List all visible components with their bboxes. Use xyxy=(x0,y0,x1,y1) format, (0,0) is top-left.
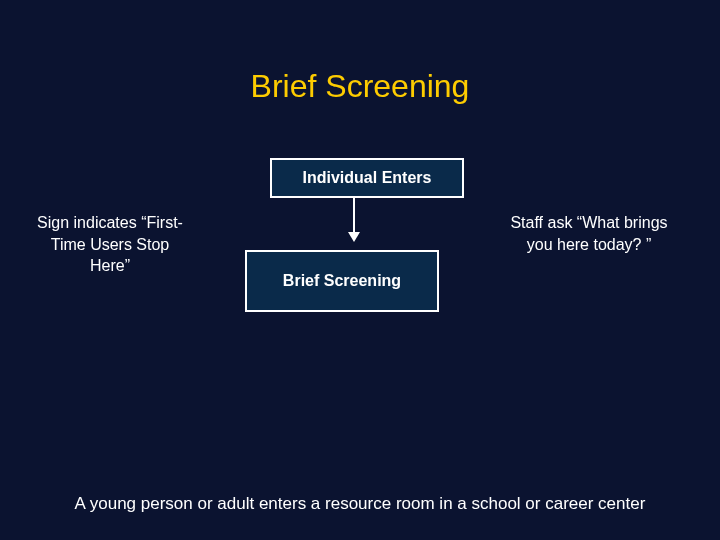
arrow-down-icon xyxy=(353,196,355,240)
right-annotation: Staff ask “What brings you here today? ” xyxy=(504,212,674,255)
slide-title: Brief Screening xyxy=(0,68,720,105)
flow-box-brief-screening: Brief Screening xyxy=(245,250,439,312)
slide: Brief Screening Individual Enters Brief … xyxy=(0,0,720,540)
left-annotation: Sign indicates “First-Time Users Stop He… xyxy=(30,212,190,277)
flow-box-1-label: Individual Enters xyxy=(303,169,432,187)
flow-box-individual-enters: Individual Enters xyxy=(270,158,464,198)
slide-caption: A young person or adult enters a resourc… xyxy=(0,494,720,514)
flow-box-2-label: Brief Screening xyxy=(283,272,401,290)
